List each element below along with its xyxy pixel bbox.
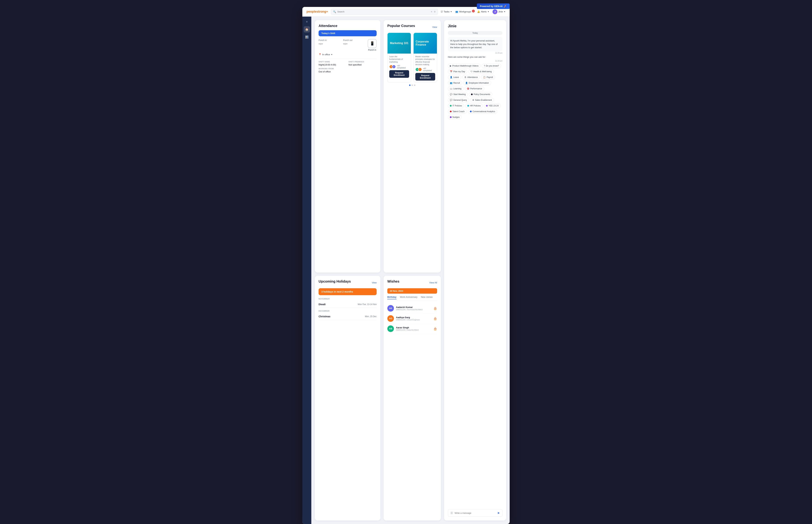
search-bar[interactable]: 🔍 ✕ ⚙: [331, 9, 438, 15]
quick-btn-performance[interactable]: 🎯Performance: [465, 86, 484, 91]
wishes-title: Wishes: [387, 279, 399, 283]
clear-icon[interactable]: ✕: [431, 11, 432, 13]
content-grid: Attendance Today's Shift Punch in --:-- …: [311, 17, 510, 524]
alerts-nav-item[interactable]: 🔔 Alerts ▼: [477, 10, 489, 13]
wish-name-ak: Aadarsh Kumar: [396, 306, 431, 309]
shift-name-label: SHIFT NAME: [319, 61, 347, 63]
divider: [319, 59, 377, 59]
wishes-date-banner: 20 Nov, 2023: [387, 288, 437, 294]
quick-btn-payroll[interactable]: 📋Payroll: [481, 75, 495, 80]
tab-birthday[interactable]: Birthday: [387, 296, 397, 299]
courses-header: Popular Courses View: [387, 24, 437, 30]
punch-row: Punch in --:-- Punch out --:-- 📱 Punch i…: [319, 39, 377, 51]
gen-ai-text: Powered by GEN-AI: [480, 5, 502, 7]
holiday-christmas-name: Christmas: [319, 315, 330, 318]
tasks-icon: ☑: [441, 10, 443, 13]
carousel-dots: [387, 84, 437, 86]
course-thumb-finance: Corporate Finance: [414, 33, 437, 53]
quick-btn-health-&-well-being[interactable]: 🛡Health & Well-being: [468, 69, 494, 74]
enroll-btn-finance[interactable]: Request Enrollment: [415, 73, 435, 81]
chat-input[interactable]: [454, 512, 496, 514]
quick-btn-general-query[interactable]: 💬General Query: [448, 98, 469, 102]
quick-btn-yee-23-24[interactable]: YEE 23-24: [484, 103, 501, 108]
enroll-btn-marketing[interactable]: Request Enrollment: [389, 70, 409, 78]
tab-new-joinee[interactable]: New Joinee: [421, 296, 433, 299]
logo: peoplestrong+: [306, 10, 328, 14]
sidebar-home-icon[interactable]: 🏠: [304, 26, 310, 32]
quick-btn-talent-coach[interactable]: Talent Coach: [448, 109, 467, 114]
wish-info-ag: Aadhya Garg DM001234 | Cloud Engineer: [396, 316, 431, 321]
mini-avatar-2: B: [392, 65, 396, 69]
course-completed-marketing: +97 completed: [397, 65, 409, 69]
wishes-tabs: Birthday Work Anniversary New Joinee: [387, 296, 437, 301]
cake-icon-0: 🎂: [433, 307, 437, 310]
working-from-label: WORKING FROM: [319, 68, 347, 70]
quick-btn-product-walkthrough-videos[interactable]: ▶Product Walkthrough Videos: [448, 64, 480, 68]
wishes-view-all-link[interactable]: View All: [429, 281, 437, 284]
menu-lines-icon: ☰: [450, 511, 453, 515]
wish-item-0: AK Aadarsh Kumar DM001234 | Technical Ar…: [387, 303, 437, 313]
wish-info-ak: Aadarsh Kumar DM001234 | Technical Archi…: [396, 306, 431, 311]
dot-1[interactable]: [409, 84, 411, 86]
sidebar-analytics-icon[interactable]: 📊: [304, 34, 310, 40]
quick-btn-hr-policies[interactable]: HR Policies: [465, 103, 483, 108]
tasks-nav-item[interactable]: ☑ Tasks ▼: [441, 10, 452, 13]
workgroups-icon: 👥: [455, 10, 458, 13]
quick-btn-it-policies[interactable]: IT Policies: [448, 103, 464, 108]
punch-icon: 📱: [368, 39, 377, 48]
course-body-finance: Master essential principles strategies f…: [414, 53, 437, 82]
user-nav-item[interactable]: JI Jinie ▼: [493, 9, 506, 14]
course-name-finance: Corporate Finance: [416, 40, 435, 46]
wish-info-ab: Aarav Singh DM001234 | Data Architect: [396, 326, 431, 331]
jinie-card: Jinie Today Hi Ayushi Mehta, I'm your pe…: [444, 20, 506, 521]
shift-details: SHIFT NAME Night(19:00-4:00) SHIFT PREMI…: [319, 61, 377, 73]
quick-btn-do-you-know?[interactable]: ?Do you know?: [482, 64, 501, 68]
tab-work-anniversary[interactable]: Work Anniversary: [400, 296, 418, 299]
quick-btn-learning[interactable]: 📖Learning: [448, 86, 464, 91]
working-from-item: WORKING FROM Out of office: [319, 68, 347, 73]
quick-btn-leave[interactable]: 👤Leave: [448, 75, 461, 80]
tasks-label: Tasks: [444, 10, 449, 13]
workgroups-nav-item[interactable]: 👥 Workgroups 2 ▼: [455, 10, 474, 13]
attendance-card: Attendance Today's Shift Punch in --:-- …: [315, 20, 380, 273]
wish-item-2: AB Aarav Singh DM001234 | Data Architect…: [387, 324, 437, 334]
mini-avatars: A B: [389, 65, 396, 69]
quick-btn-conversational-analytics[interactable]: Conversational Analytics: [468, 109, 497, 114]
quick-btn-nudges[interactable]: Nudges: [448, 115, 462, 119]
logo-accent: +: [326, 10, 328, 14]
attendance-title: Attendance: [319, 24, 377, 28]
punch-out-col: Punch out --:--: [343, 39, 364, 45]
sidebar-menu-icon[interactable]: ≡: [304, 19, 310, 25]
search-input[interactable]: [337, 10, 430, 13]
jinie-title: Jinie: [448, 24, 502, 28]
quick-btn-plan-my-day[interactable]: 📅Plan my Day: [448, 69, 467, 74]
send-button[interactable]: ➤: [497, 511, 500, 515]
quick-btn-policy-documents[interactable]: Policy Documents: [469, 92, 492, 97]
holiday-diwali: Diwali Mon-Tue, 13-14 Nov: [319, 301, 377, 308]
course-item-finance: Corporate Finance Master essential princ…: [413, 33, 437, 82]
quick-btn-employee-information[interactable]: 👤Employee Information: [463, 81, 491, 85]
chat-input-row: ☰ ➤: [448, 509, 502, 517]
wish-meta-ag: DM001234 | Cloud Engineer: [396, 319, 431, 321]
punch-in-col: Punch in --:--: [319, 39, 339, 45]
quick-btn-sales-enablement[interactable]: ⚙Sales Enablement: [470, 98, 494, 102]
quick-btn-attendance[interactable]: 🗓Attendance: [462, 75, 480, 80]
quick-btn-start-meeting[interactable]: 💬Start Meeting: [448, 92, 468, 97]
nav-actions: ☑ Tasks ▼ 👥 Workgroups 2 ▼ 🔔 Alerts ▼ JI: [441, 9, 506, 14]
holidays-card: Upcoming Holidays View 3 holidays in nex…: [315, 276, 380, 521]
location-row[interactable]: 📍 In office ▼: [319, 53, 377, 56]
wish-meta-ab: DM001234 | Data Architect: [396, 329, 431, 331]
holidays-view-link[interactable]: View: [372, 281, 377, 284]
alerts-chevron: ▼: [487, 11, 489, 13]
holiday-month-december: DECEMBER: [319, 310, 377, 312]
quick-btn-recruit[interactable]: 👥Recruit: [448, 81, 462, 85]
mini-avatars-finance: C D: [415, 68, 422, 71]
filter-icon[interactable]: ⚙: [434, 11, 436, 13]
course-desc-finance: Master essential principles strategies f…: [415, 55, 435, 66]
punch-in-button[interactable]: 📱 Punch in: [368, 39, 377, 51]
dot-2[interactable]: [412, 84, 413, 86]
ask-time: 11:24 am: [448, 60, 502, 62]
courses-view-link[interactable]: View: [432, 26, 437, 28]
wishes-card: Wishes View All 20 Nov, 2023 Birthday Wo…: [383, 276, 441, 521]
dot-3[interactable]: [414, 84, 415, 86]
